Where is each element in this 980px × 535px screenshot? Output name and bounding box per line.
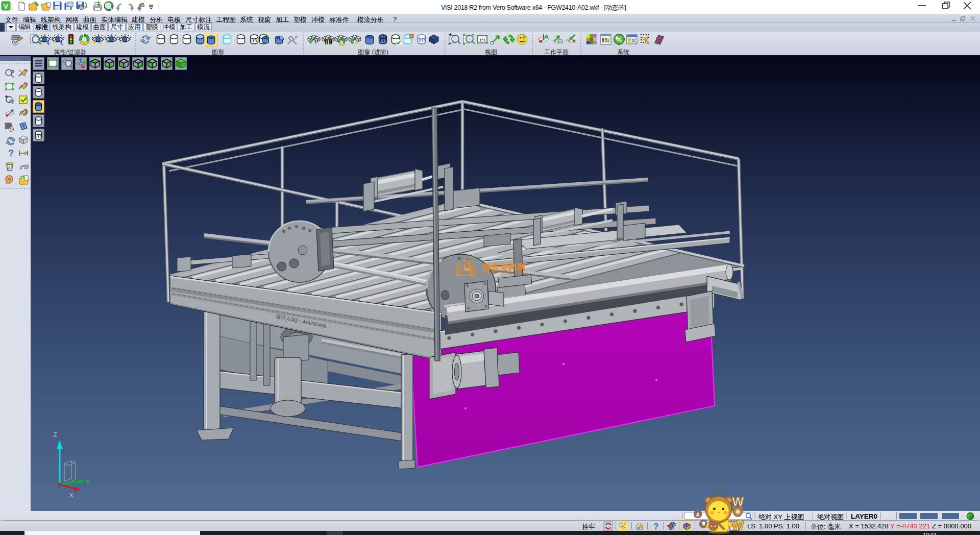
- svg-text:X: X: [69, 492, 74, 498]
- svg-text:W: W: [731, 518, 744, 532]
- svg-text:W: W: [732, 495, 744, 508]
- svg-text:Z: Z: [449, 248, 453, 256]
- svg-text:智造资料网: 智造资料网: [482, 262, 526, 272]
- svg-text:INTELLIGENT MANUFACTURING DATA: INTELLIGENT MANUFACTURING DATA: [483, 273, 529, 275]
- svg-text:Y: Y: [86, 479, 90, 485]
- svg-text:A: A: [696, 512, 700, 518]
- svg-text:Z: Z: [53, 431, 57, 439]
- svg-text:?: ?: [653, 522, 658, 531]
